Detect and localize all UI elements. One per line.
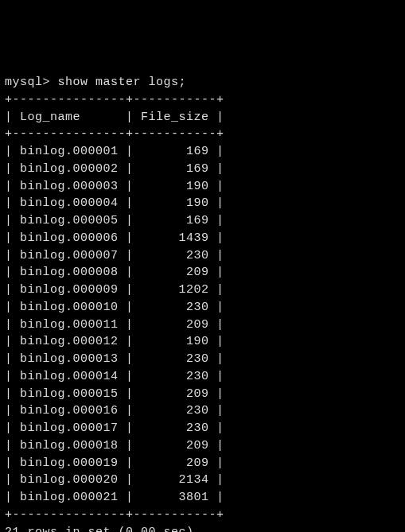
table-body: | binlog.000001 | 169 | | binlog.000002 … xyxy=(5,145,224,504)
table-border-bottom: +---------------+-----------+ xyxy=(5,508,224,522)
sql-command: show master logs; xyxy=(58,76,187,89)
table-header: | Log_name | File_size | xyxy=(5,111,224,124)
table-border-mid: +---------------+-----------+ xyxy=(5,127,224,141)
terminal-output: mysql> show master logs; +--------------… xyxy=(5,74,400,532)
table-border-top: +---------------+-----------+ xyxy=(5,93,224,107)
result-summary: 21 rows in set (0.00 sec) xyxy=(5,526,194,533)
mysql-prompt: mysql> xyxy=(5,76,50,89)
